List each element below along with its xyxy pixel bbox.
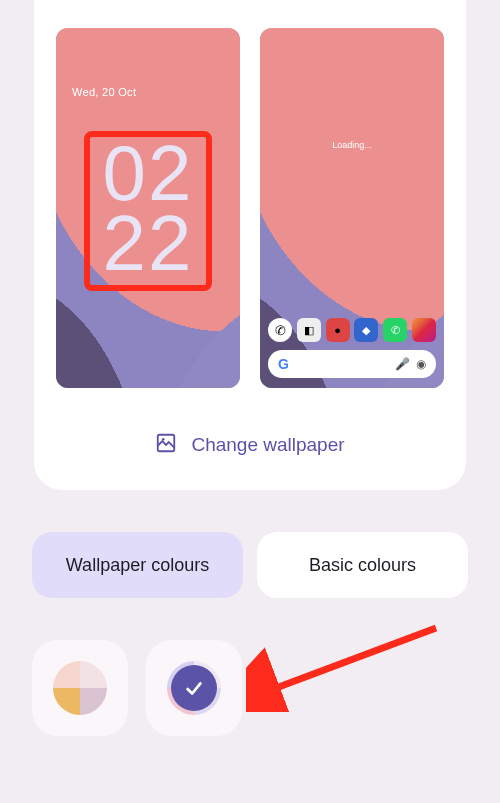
homescreen-dock: ✆ ◧ ● ◆ ✆ <box>268 318 436 342</box>
palette-quarter <box>80 688 107 715</box>
wallpaper-preview-card: Wed, 20 Oct 02 22 Loading... ✆ ◧ ● ◆ ✆ <box>34 0 466 490</box>
preview-row: Wed, 20 Oct 02 22 Loading... ✆ ◧ ● ◆ ✆ <box>56 28 444 388</box>
lockscreen-date: Wed, 20 Oct <box>72 86 136 98</box>
app-icon <box>412 318 436 342</box>
svg-point-1 <box>162 438 165 441</box>
lens-icon: ◉ <box>416 357 426 371</box>
homescreen-loading-text: Loading... <box>332 140 372 150</box>
app-icon: ● <box>326 318 350 342</box>
annotation-arrow <box>246 622 446 712</box>
tab-label: Wallpaper colours <box>66 555 209 576</box>
palette-quarter <box>80 661 107 688</box>
homescreen-preview[interactable]: Loading... ✆ ◧ ● ◆ ✆ G 🎤 ◉ <box>260 28 444 388</box>
palette-option-2[interactable] <box>146 640 242 736</box>
tab-wallpaper-colours[interactable]: Wallpaper colours <box>32 532 243 598</box>
palette-quarter <box>53 661 80 688</box>
google-search-bar: G 🎤 ◉ <box>268 350 436 378</box>
annotation-clock-highlight <box>84 131 212 291</box>
mic-icon: 🎤 <box>395 357 410 371</box>
app-icon: ◧ <box>297 318 321 342</box>
wallpaper-icon <box>155 432 177 458</box>
tab-label: Basic colours <box>309 555 416 576</box>
palette-swatch <box>53 661 107 715</box>
lockscreen-preview[interactable]: Wed, 20 Oct 02 22 <box>56 28 240 388</box>
app-icon: ◆ <box>354 318 378 342</box>
change-wallpaper-button[interactable]: Change wallpaper <box>56 432 444 458</box>
phone-icon: ✆ <box>268 318 292 342</box>
palette-quarter <box>53 688 80 715</box>
tab-basic-colours[interactable]: Basic colours <box>257 532 468 598</box>
palette-row <box>32 640 242 736</box>
palette-option-1[interactable] <box>32 640 128 736</box>
check-icon <box>171 665 217 711</box>
colour-source-tabs: Wallpaper colours Basic colours <box>32 532 468 598</box>
change-wallpaper-label: Change wallpaper <box>191 434 344 456</box>
whatsapp-icon: ✆ <box>383 318 407 342</box>
google-g-icon: G <box>278 356 289 372</box>
